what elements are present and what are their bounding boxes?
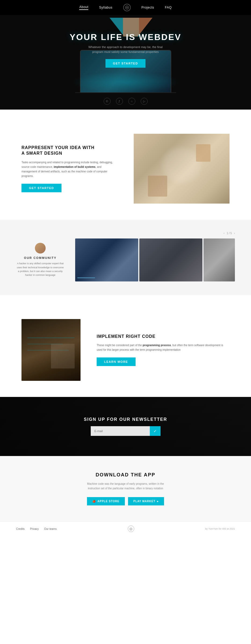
community-body: A hacker is any skilled computer expert …: [16, 262, 64, 277]
apple-icon: 🍎: [92, 500, 96, 503]
represent-section: RAPPRESENT YOUR IDEA WITH A SMART DESIGN…: [0, 118, 251, 220]
social-icon-2[interactable]: ƒ: [116, 98, 123, 105]
play-market-button[interactable]: PLAY MARKET ▸: [128, 497, 164, 505]
nav-faq[interactable]: FAQ: [165, 6, 172, 9]
footer-credits[interactable]: Credits: [16, 527, 25, 530]
community-images: ‹ 1 / 5 ›: [75, 238, 235, 281]
hero-subtitle: Whatever the approach to development may…: [88, 45, 163, 54]
hero-cta-button[interactable]: GET STARTED: [106, 59, 145, 68]
footer-logo: ⊕: [128, 526, 134, 532]
community-section: OUR COMMUNITY A hacker is any skilled co…: [0, 225, 251, 295]
hero-title: YOUR LIFE IS WEBDEV: [70, 32, 181, 42]
newsletter-title: SIGN UP FOR OUR NEWSLETTER: [84, 417, 167, 422]
download-title: DOWNLOAD THE APP: [21, 472, 230, 478]
pagination-text: 1 / 5: [227, 232, 232, 235]
implement-body: These might be considered part of the pr…: [97, 343, 230, 352]
newsletter-email-input[interactable]: [91, 426, 150, 436]
newsletter-submit-button[interactable]: ✓: [150, 426, 161, 436]
newsletter-section: SIGN UP FOR OUR NEWSLETTER ✓: [0, 397, 251, 456]
download-buttons: 🍎 APPLE STORE PLAY MARKET ▸: [21, 497, 230, 505]
pagination: ‹ 1 / 5 ›: [224, 232, 235, 235]
implement-title: IMPLEMENT RIGHT CODE: [97, 334, 230, 339]
nav-about[interactable]: About: [79, 5, 88, 10]
footer-privacy[interactable]: Privacy: [30, 527, 39, 530]
community-info: OUR COMMUNITY A hacker is any skilled co…: [16, 243, 64, 277]
represent-cta-button[interactable]: GET STARTED: [21, 184, 61, 192]
globe-icon[interactable]: [123, 4, 131, 11]
represent-text: RAPPRESENT YOUR IDEA WITH A SMART DESIGN…: [21, 145, 118, 192]
implement-section: IMPLEMENT RIGHT CODE These might be cons…: [0, 303, 251, 397]
footer-links: Credits Privacy Our teams: [16, 527, 57, 530]
footer: Credits Privacy Our teams ⊕ by YumYum fo…: [0, 522, 251, 536]
represent-title: RAPPRESENT YOUR IDEA WITH A SMART DESIGN: [21, 145, 118, 156]
social-bar: © ƒ ○ ▷: [0, 93, 251, 110]
social-icon-4[interactable]: ▷: [141, 98, 148, 105]
community-image-3: [203, 238, 235, 281]
apple-store-button[interactable]: 🍎 APPLE STORE: [87, 497, 125, 505]
represent-body: Tasks accompanying and related to progra…: [21, 160, 118, 178]
download-body: Machine code was the language of early p…: [85, 482, 166, 491]
represent-image: [134, 134, 230, 204]
implement-cta-button[interactable]: LEARN MORE: [97, 357, 136, 366]
hero-section: YOUR LIFE IS WEBDEV Whatever the approac…: [0, 15, 251, 93]
social-icon-1[interactable]: ©: [104, 98, 111, 105]
community-image-2: [139, 238, 202, 281]
newsletter-form: ✓: [91, 426, 161, 436]
hero-content: YOUR LIFE IS WEBDEV Whatever the approac…: [70, 32, 181, 68]
android-icon: ▸: [157, 500, 159, 503]
implement-text: IMPLEMENT RIGHT CODE These might be cons…: [97, 334, 230, 366]
download-section: DOWNLOAD THE APP Machine code was the la…: [0, 456, 251, 522]
footer-credit: by YumYum for 400 at 2021: [205, 527, 235, 530]
next-arrow[interactable]: ›: [234, 232, 235, 235]
social-icon-3[interactable]: ○: [128, 98, 135, 105]
navbar: About Syllabus Projects FAQ: [0, 0, 251, 15]
laptop-glow: [72, 71, 179, 93]
prev-arrow[interactable]: ‹: [224, 232, 224, 235]
community-avatar: [35, 243, 46, 254]
community-title: OUR COMMUNITY: [16, 256, 64, 259]
nav-syllabus[interactable]: Syllabus: [99, 6, 112, 9]
nav-projects[interactable]: Projects: [141, 6, 154, 9]
community-image-1: [75, 238, 138, 281]
footer-our-teams[interactable]: Our teams: [44, 527, 57, 530]
implement-image: [21, 319, 81, 381]
